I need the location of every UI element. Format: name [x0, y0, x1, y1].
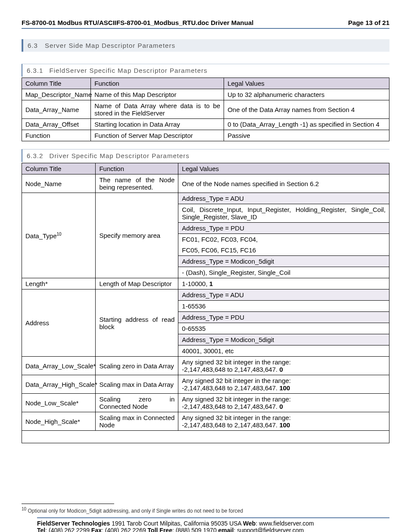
cell: Any signed 32 bit integer in the range: … — [178, 357, 389, 375]
company-name: FieldServer Technologies — [37, 520, 110, 527]
section-6-3-2-heading: 6.3.2 Driver Specific Map Descriptor Par… — [22, 149, 389, 162]
cell: 1-10000, 1 — [178, 278, 389, 289]
cell: Up to 32 alphanumeric characters — [224, 89, 389, 100]
table-row: Data_Array_Offset Starting location in D… — [22, 119, 389, 130]
cell: Any signed 32 bit integer in the range: … — [178, 375, 389, 394]
cell: Data_Array_Name — [22, 100, 91, 119]
default-value: 100 — [279, 421, 290, 429]
cell: Scaling max in Connected Node — [96, 412, 178, 431]
cell: Address — [22, 289, 96, 357]
cell: Name of this Map Descriptor — [91, 89, 224, 100]
cell: FC01, FC02, FC03, FC04, — [178, 234, 389, 245]
footnote-10: 10 Optional only for Modicon_5digit addr… — [22, 507, 389, 514]
cell: Function of Server Map Descriptor — [91, 130, 224, 141]
cell: Address_Type = Modicon_5digit — [178, 256, 389, 267]
table-row: Address Starting address of read block A… — [22, 289, 389, 301]
cell: Starting location in Data Array — [91, 119, 224, 130]
cell: Address_Type = PDU — [178, 223, 389, 234]
cell: Scaling zero in Data Array — [96, 357, 178, 375]
section-6-3-1-heading: 6.3.1 FieldServer Specific Map Descripto… — [22, 64, 389, 77]
cell: Data_Array_Low_Scale* — [22, 357, 96, 375]
cell: Node_Name — [22, 174, 96, 193]
value-text: -2,147,483,648 to 2,147,483,647. — [182, 403, 279, 410]
cell: One of the Node names specified in Secti… — [178, 174, 389, 193]
empty-cell — [22, 431, 389, 443]
tel-label: Tel — [37, 527, 45, 532]
header-page-num: Page 13 of 21 — [348, 19, 389, 26]
cell: Scaling max in Data Array — [96, 375, 178, 394]
col-header: Column Title — [22, 163, 96, 174]
web-value: : www.fieldserver.com — [255, 520, 314, 527]
table-row: Data_Array_High_Scale* Scaling max in Da… — [22, 375, 389, 394]
default-value: 100 — [279, 384, 290, 392]
cell: Coil, Discrete_Input, Input_Register, Ho… — [178, 204, 389, 223]
page-header: FS-8700-01 Modbus RTU/ASCIIFS-8700-01_Mo… — [22, 19, 389, 29]
cell: Function — [22, 130, 91, 141]
table-row: Data_Array_Name Name of Data Array where… — [22, 100, 389, 119]
value-text: -2,147,483,648 to 2,147,483,647. — [182, 366, 279, 373]
col-header: Function — [91, 78, 224, 89]
cell: Address_Type = Modicon_5digit — [178, 334, 389, 345]
cell: 0 to (Data_Array_Length -1) as specified… — [224, 119, 389, 130]
web-label: Web — [243, 520, 255, 527]
cell: Address_Type = ADU — [178, 289, 389, 301]
cell: - (Dash), Single_Register, Single_Coil — [178, 267, 389, 278]
cell: Data_Type10 — [22, 193, 96, 278]
value-text: Any signed 32 bit integer in the range: — [182, 414, 291, 421]
cell: Length of Map Descriptor — [96, 278, 178, 289]
table-header-row: Column Title Function Legal Values — [22, 163, 389, 174]
cell: Map_Descriptor_Name — [22, 89, 91, 100]
cell: Length* — [22, 278, 96, 289]
document-page: FS-8700-01 Modbus RTU/ASCIIFS-8700-01_Mo… — [0, 0, 411, 532]
value-text: -2,147,483,648 to 2,147,483,647. — [182, 384, 279, 392]
cell: Data_Array_High_Scale* — [22, 375, 96, 394]
cell: Scaling zero in Connected Node — [96, 394, 178, 412]
col-title-text: Data_Type — [25, 232, 57, 240]
footer-line-1: FieldServer Technologies 1991 Tarob Cour… — [37, 520, 389, 527]
table-row: Data_Array_Low_Scale* Scaling zero in Da… — [22, 357, 389, 375]
value-text: 1-10000, — [182, 280, 209, 287]
cell: Starting address of read block — [96, 289, 178, 357]
col-header: Legal Values — [178, 163, 389, 174]
cell: Any signed 32 bit integer in the range: … — [178, 394, 389, 412]
value-text: Any signed 32 bit integer in the range: — [182, 377, 291, 384]
email-label: email — [218, 527, 234, 532]
cell: Address_Type = PDU — [178, 312, 389, 323]
footer-line-2: Tel: (408) 262 2299 Fax: (408) 262 2269 … — [37, 527, 389, 532]
tel-value: : (408) 262 2299 — [45, 527, 91, 532]
section-title: Server Side Map Descriptor Parameters — [45, 42, 175, 49]
value-text: Any signed 32 bit integer in the range: — [182, 358, 291, 366]
col-header: Legal Values — [224, 78, 389, 89]
cell: Node_High_Scale* — [22, 412, 96, 431]
cell: 1-65536 — [178, 301, 389, 312]
table-row: Data_Type10 Specify memory area Address_… — [22, 193, 389, 204]
table-row: Length* Length of Map Descriptor 1-10000… — [22, 278, 389, 289]
footnote-text: Optional only for Modicon_5digit address… — [26, 508, 243, 514]
table-row: Map_Descriptor_Name Name of this Map Des… — [22, 89, 389, 100]
col-header: Function — [96, 163, 178, 174]
section-number: 6.3 — [28, 42, 38, 49]
table-row: Node_Low_Scale* Scaling zero in Connecte… — [22, 394, 389, 412]
table-row — [22, 431, 389, 443]
cell: 40001, 30001, etc — [178, 345, 389, 357]
value-text: Any signed 32 bit integer in the range: — [182, 395, 291, 403]
header-title: FS-8700-01 Modbus RTU/ASCIIFS-8700-01_Mo… — [22, 19, 253, 26]
cell: FC05, FC06, FC15, FC16 — [178, 245, 389, 256]
subsection-number: 6.3.1 — [27, 67, 43, 74]
fax-label: Fax — [91, 527, 102, 532]
cell: Node_Low_Scale* — [22, 394, 96, 412]
cell: Name of Data Array where data is to be s… — [91, 100, 224, 119]
page-footer: FieldServer Technologies 1991 Tarob Cour… — [37, 517, 389, 532]
default-value: 1 — [209, 280, 213, 287]
cell: Address_Type = ADU — [178, 193, 389, 204]
footnote-ref: 10 — [57, 232, 62, 236]
subsection-title: Driver Specific Map Descriptor Parameter… — [50, 152, 190, 159]
cell: The name of the Node being represented. — [96, 174, 178, 193]
subsection-title: FieldServer Specific Map Descriptor Para… — [50, 67, 208, 74]
subsection-number: 6.3.2 — [27, 152, 43, 159]
col-header: Column Title — [22, 78, 91, 89]
tollfree-label: Toll Free — [148, 527, 172, 532]
footnote-separator — [22, 504, 114, 504]
cell: Passive — [224, 130, 389, 141]
default-value: 0 — [279, 403, 283, 410]
